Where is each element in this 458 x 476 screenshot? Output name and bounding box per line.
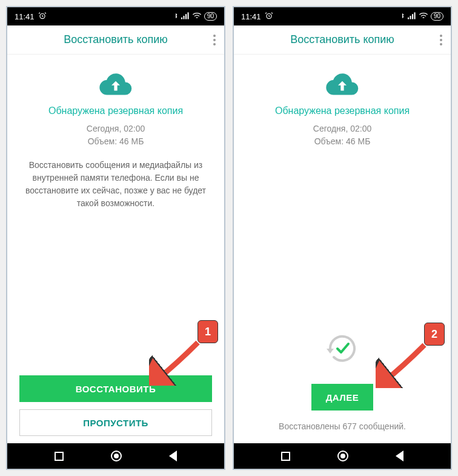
bluetooth-icon xyxy=(173,12,179,22)
phone-right: 11:41 90 Восстановить копию Обнаружена р… xyxy=(233,6,452,470)
home-button[interactable] xyxy=(111,451,122,461)
cloud-upload-icon xyxy=(99,72,133,96)
callout-marker-2: 2 xyxy=(424,323,445,346)
appbar-title: Восстановить копию xyxy=(64,33,168,46)
signal-icon xyxy=(181,12,190,21)
appbar: Восстановить копию xyxy=(234,25,451,55)
back-button[interactable] xyxy=(169,451,177,461)
android-navbar xyxy=(234,443,451,469)
status-time: 11:41 xyxy=(241,12,261,21)
battery-icon: 90 xyxy=(431,12,443,21)
svg-marker-11 xyxy=(327,349,334,354)
next-button[interactable]: ДАЛЕЕ xyxy=(311,384,374,411)
phone-left: 11:41 90 Восстановить копию Обнаружена р… xyxy=(6,6,225,470)
recents-button[interactable] xyxy=(55,452,64,461)
wifi-icon xyxy=(192,12,202,21)
skip-button[interactable]: ПРОПУСТИТЬ xyxy=(19,409,212,436)
backup-size: Объем: 46 МБ xyxy=(313,135,371,148)
restore-complete-icon xyxy=(324,330,360,367)
backup-found-heading: Обнаружена резервная копия xyxy=(275,106,410,116)
svg-rect-1 xyxy=(181,17,182,19)
callout-marker-1: 1 xyxy=(197,320,218,343)
svg-rect-9 xyxy=(412,14,413,19)
appbar-title: Восстановить копию xyxy=(290,33,394,46)
home-button[interactable] xyxy=(337,451,348,461)
alarm-icon xyxy=(265,12,273,22)
statusbar: 11:41 90 xyxy=(7,7,224,25)
svg-rect-3 xyxy=(185,14,187,19)
alarm-icon xyxy=(38,12,47,22)
android-navbar xyxy=(7,443,224,469)
backup-size: Объем: 46 МБ xyxy=(87,135,145,148)
back-button[interactable] xyxy=(396,451,403,461)
restore-status: Восстановлены 677 сообщений. xyxy=(279,421,406,431)
battery-icon: 90 xyxy=(204,12,217,21)
status-time: 11:41 xyxy=(15,12,35,21)
wifi-icon xyxy=(419,12,428,21)
svg-rect-4 xyxy=(187,12,188,19)
backup-description: Восстановить сообщения и медиафайлы из в… xyxy=(19,159,212,210)
recents-button[interactable] xyxy=(281,452,290,461)
more-options-icon[interactable] xyxy=(440,35,442,45)
signal-icon xyxy=(408,12,416,21)
backup-meta: Сегодня, 02:00 Объем: 46 МБ xyxy=(87,122,145,148)
appbar: Восстановить копию xyxy=(7,25,224,55)
backup-date: Сегодня, 02:00 xyxy=(313,122,371,135)
svg-rect-8 xyxy=(410,16,411,19)
svg-rect-7 xyxy=(408,17,409,19)
backup-date: Сегодня, 02:00 xyxy=(87,122,145,135)
bluetooth-icon xyxy=(399,12,405,22)
backup-meta: Сегодня, 02:00 Объем: 46 МБ xyxy=(313,122,371,148)
svg-rect-10 xyxy=(414,12,415,19)
backup-found-heading: Обнаружена резервная копия xyxy=(48,106,183,116)
cloud-upload-icon xyxy=(325,72,359,96)
statusbar: 11:41 90 xyxy=(234,7,451,25)
more-options-icon[interactable] xyxy=(213,35,216,45)
svg-rect-2 xyxy=(183,16,184,19)
